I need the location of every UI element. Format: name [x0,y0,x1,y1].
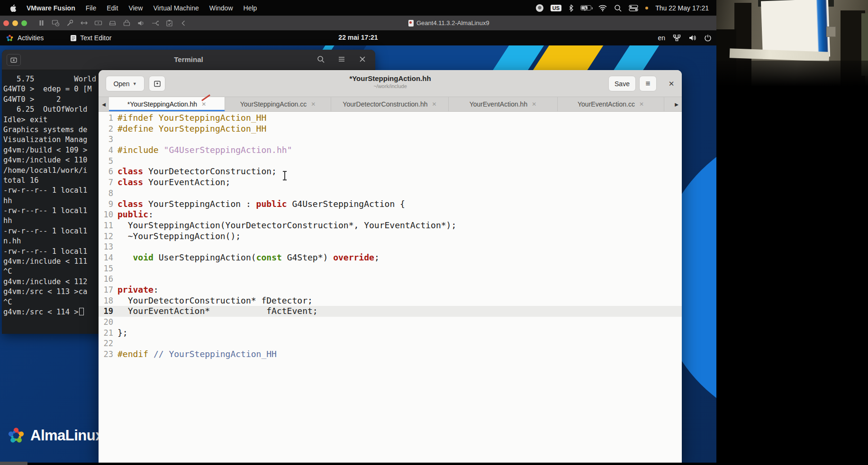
code-token: class [118,166,143,176]
chevron-left-icon[interactable] [180,19,188,27]
snapshot-icon[interactable] [52,19,60,27]
menu-item-vmware-fusion[interactable]: VMware Fusion [27,4,75,12]
close-traffic-light[interactable] [3,20,9,26]
code-line-21[interactable]: 21}; [99,328,682,339]
code-token: UserSteppingAction( [154,252,256,262]
code-line-14[interactable]: 14 void UserSteppingAction(const G4Step*… [99,252,682,263]
code-line-16[interactable]: 16 [99,274,682,285]
code-editor-area[interactable]: 1#ifndef YourSteppingAction_HH2#define Y… [99,112,682,463]
code-line-15[interactable]: 15 [99,263,682,274]
code-line-5[interactable]: 5 [99,156,682,167]
bluetooth-icon[interactable] [569,4,573,12]
spotlight-search-icon[interactable] [614,4,622,12]
code-line-17[interactable]: 17private: [99,285,682,295]
gnome-top-bar: Activities Text Editor 22 mai 17:21 en [0,30,716,45]
gnome-clock[interactable]: 22 mai 17:21 [0,34,716,41]
keyboard-layout-badge[interactable]: US [551,5,561,11]
wrench-icon[interactable] [66,19,74,27]
code-line-10[interactable]: 10public: [99,209,682,220]
vmware-status-icon[interactable] [536,4,543,12]
line-number: 14 [99,252,118,263]
code-token: #endif [118,349,148,359]
code-token: YourSteppingAction : [143,199,256,209]
menu-item-window[interactable]: Window [209,4,233,12]
line-number: 19 [99,306,118,317]
editor-menu-button[interactable]: ≡ [639,76,657,91]
line-number: 5 [99,156,118,167]
terminal-titlebar[interactable]: Terminal [2,50,375,70]
tab-close-icon[interactable]: ✕ [432,101,437,107]
code-line-1[interactable]: 1#ifndef YourSteppingAction_HH [99,113,682,124]
secure-drive-icon[interactable] [123,19,131,27]
code-line-19[interactable]: 19 YourEventAction* fActEvent; [99,306,682,317]
vmware-window-titlebar: Geant4.11.3.2-AlmaLinux9 [0,16,716,30]
keyboard-language-indicator[interactable]: en [658,34,665,42]
gnome-system-tray[interactable]: en [658,30,712,45]
code-line-22[interactable]: 22 [99,338,682,349]
code-token: class [118,177,143,187]
code-line-8[interactable]: 8 [99,188,682,199]
terminal-search-icon[interactable] [316,55,325,63]
macos-menu-bar: VMware FusionFileEditViewVirtual Machine… [0,0,716,16]
resize-arrows-icon[interactable] [80,19,88,27]
sound-icon[interactable] [137,19,145,27]
code-token: }; [118,328,128,338]
menu-item-edit[interactable]: Edit [107,4,118,12]
code-line-9[interactable]: 9class YourSteppingAction : public G4Use… [99,199,682,210]
save-button[interactable]: Save [608,76,636,91]
code-line-2[interactable]: 2#define YourSteppingAction_HH [99,124,682,134]
editor-headerbar[interactable]: Open ▼ *YourSteppingAction.hh ~/work/inc… [99,70,682,97]
code-line-4[interactable]: 4#include "G4UserSteppingAction.hh" [99,145,682,156]
code-line-23[interactable]: 23#endif // YourSteppingAction_HH [99,349,682,360]
tab-close-icon[interactable]: ✕ [532,101,536,107]
line-number: 3 [99,134,118,145]
wifi-icon[interactable] [598,5,607,11]
code-line-18[interactable]: 18 YourDetectorConstruction* fDetector; [99,295,682,306]
code-line-7[interactable]: 7class YourEventAction; [99,177,682,188]
tab-close-icon[interactable]: ✕ [311,101,316,107]
tab-close-icon[interactable]: ✕ [639,101,644,107]
code-line-13[interactable]: 13 [99,241,682,252]
suspend-icon[interactable] [37,19,45,27]
tabs-scroll-left-icon[interactable]: ◀ [99,97,109,111]
menu-item-virtual-machine[interactable]: Virtual Machine [153,4,199,12]
tabs-scroll-right-icon[interactable]: ▶ [671,97,682,111]
notification-dot [645,7,648,9]
tab-yoursteppingactionhh[interactable]: *YourSteppingAction.hh✕ [109,97,225,111]
control-center-icon[interactable] [629,5,638,11]
hard-disk-icon[interactable] [108,19,117,27]
code-token: private [118,285,154,295]
editor-title-group: *YourSteppingAction.hh ~/work/include [99,74,682,89]
vm-document-icon [408,20,414,27]
code-token: : [148,209,154,219]
code-line-20[interactable]: 20 [99,317,682,328]
code-line-11[interactable]: 11 YourSteppingAction(YourDetectorConstr… [99,220,682,231]
wall-switch-box [826,27,836,37]
line-number: 1 [99,113,118,124]
minimize-traffic-light[interactable] [12,20,18,26]
cd-drive-icon[interactable] [94,19,102,27]
tab-youreventactioncc[interactable]: YourEventAction.cc✕ [558,97,664,111]
menu-item-file[interactable]: File [86,4,97,12]
code-token: void [133,252,154,262]
code-line-12[interactable]: 12 ~YourSteppingAction(); [99,231,682,242]
tab-yoursteppingactioncc[interactable]: YourSteppingAction.cc✕ [225,97,331,111]
code-line-6[interactable]: 6class YourDetectorConstruction; [99,166,682,177]
code-line-3[interactable]: 3 [99,134,682,145]
clipboard-icon[interactable] [165,19,173,27]
apple-logo-icon[interactable] [9,4,16,12]
usb-branch-icon[interactable] [151,19,159,27]
editor-close-button[interactable]: ✕ [665,78,678,90]
almalinux-wordmark: AlmaLinux [30,427,103,444]
menu-item-help[interactable]: Help [244,4,257,12]
battery-charging-icon[interactable] [580,5,591,10]
terminal-close-icon[interactable] [358,55,367,63]
terminal-menu-icon[interactable] [337,55,346,63]
zoom-traffic-light[interactable] [21,20,27,26]
tab-yourdetectorconstructionhh[interactable]: YourDetectorConstruction.hh✕ [331,97,449,111]
menu-item-view[interactable]: View [128,4,143,12]
tab-youreventactionhh[interactable]: YourEventAction.hh✕ [449,97,558,111]
code-token: override [333,252,374,262]
tab-close-icon[interactable]: ✕ [201,101,206,107]
macos-clock[interactable]: Thu 22 May 17:21 [655,4,709,12]
